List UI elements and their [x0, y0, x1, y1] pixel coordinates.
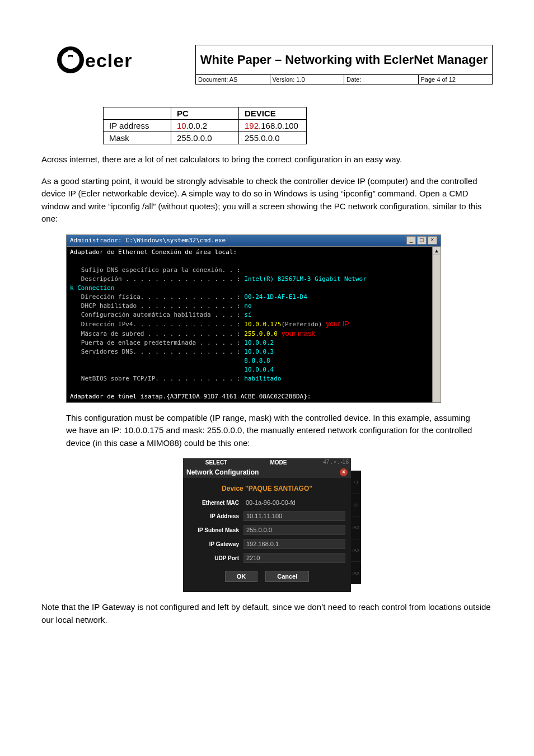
cancel-button[interactable]: Cancel	[265, 571, 309, 582]
ip-table-head-device: DEVICE	[239, 107, 307, 120]
tab-right-info: 47 . • . -16	[310, 459, 349, 466]
paragraph-3: This configuration must be compatible (I…	[66, 412, 476, 450]
meta-date: Date:	[344, 75, 419, 84]
mac-value: 00-1a-96-00-00-fd	[243, 498, 345, 507]
ok-button[interactable]: OK	[225, 571, 258, 582]
ip-table: PC DEVICE IP address 10.0.0.2 192.168.0.…	[103, 107, 307, 144]
meta-version: Version: 1.0	[270, 75, 345, 84]
doc-title: White Paper – Networking with EclerNet M…	[195, 45, 493, 75]
cmd-titlebar: Administrador: C:\Windows\system32\cmd.e…	[66, 234, 441, 247]
annotation-your-mask: your mask	[278, 329, 315, 337]
doc-header: ecler White Paper – Networking with Ecle…	[41, 45, 493, 75]
mac-label: Ethernet MAC	[189, 500, 243, 506]
mask-label: IP Subnet Mask	[189, 527, 243, 533]
paragraph-4: Note that the IP Gateway is not configur…	[41, 601, 493, 626]
minimize-icon[interactable]: _	[406, 236, 416, 245]
ip-pc-value: 10.0.0.2	[171, 120, 239, 132]
udp-input[interactable]: 2210	[243, 553, 345, 563]
meta-document: Document: AS	[196, 75, 270, 84]
tab-mode[interactable]: MODE	[247, 459, 310, 466]
ip-label: IP Address	[189, 513, 243, 519]
svg-text:ecler: ecler	[85, 50, 132, 71]
gateway-input[interactable]: 192.168.0.1	[243, 539, 345, 549]
device-name: Device "PAQUE SANTIAGO"	[189, 485, 345, 492]
udp-label: UDP Port	[189, 555, 243, 561]
dialog-title: Network Configuration	[186, 468, 259, 476]
mask-device-value: 255.0.0.0	[239, 132, 307, 144]
close-icon[interactable]: ×	[428, 236, 437, 245]
ip-row-label: IP address	[104, 120, 171, 132]
maximize-icon[interactable]: □	[417, 236, 427, 245]
mask-input[interactable]: 255.0.0.0	[243, 525, 345, 535]
mask-pc-value: 255.0.0.0	[171, 132, 239, 144]
ip-device-value: 192.168.0.100	[239, 120, 307, 132]
cmd-scrollbar[interactable]: ▲	[432, 247, 441, 402]
cmd-window: Administrador: C:\Windows\system32\cmd.e…	[66, 234, 441, 403]
tab-select[interactable]: SELECT	[185, 459, 247, 466]
cmd-title-text: Administrador: C:\Windows\system32\cmd.e…	[70, 236, 226, 245]
scroll-up-icon[interactable]: ▲	[433, 247, 441, 255]
logo: ecler	[41, 45, 195, 75]
paragraph-2: As a good starting point, it would be st…	[41, 175, 493, 226]
network-config-dialog: SELECT MODE 47 . • . -16 Network Configu…	[183, 458, 351, 592]
gateway-label: IP Gateway	[189, 541, 243, 547]
annotation-your-ip: your IP	[322, 320, 349, 328]
doc-meta: Document: AS Version: 1.0 Date: Page 4 o…	[41, 74, 493, 84]
meta-page: Page 4 of 12	[419, 75, 493, 84]
dialog-side-decor: +1 D IAX IAX IAX	[351, 471, 361, 584]
svg-point-3	[67, 57, 74, 63]
paragraph-1: Across internet, there are a lot of net …	[41, 153, 493, 166]
mask-row-label: Mask	[104, 132, 171, 144]
ip-input[interactable]: 10.11.11.100	[243, 511, 345, 521]
cmd-body: Adaptador de Ethernet Conexión de área l…	[66, 247, 441, 403]
ip-table-head-pc: PC	[171, 107, 239, 120]
svg-rect-2	[68, 50, 73, 55]
close-icon[interactable]: ×	[340, 468, 348, 476]
